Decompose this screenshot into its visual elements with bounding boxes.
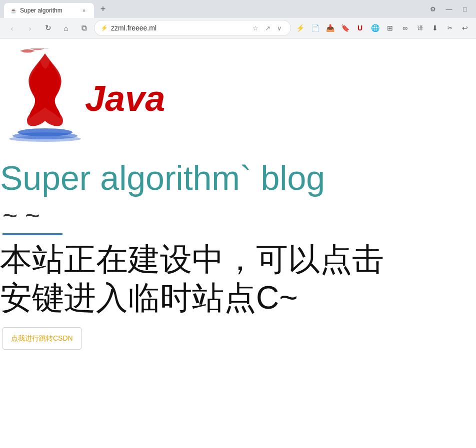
toolbar-icon-translate[interactable]: 译	[413, 21, 427, 35]
underline-bar	[2, 233, 62, 235]
tilde-line: ~ ~	[0, 202, 476, 233]
toolbar-icon-bolt[interactable]: ⚡	[293, 21, 307, 35]
toolbar-icon-pdf[interactable]: 📄	[308, 21, 322, 35]
window-controls: ⚙ — □	[426, 2, 472, 16]
toolbar-icons: ⚡ 📄 📥 🔖 U 🌐 ⊞ ∞ 译 ⬇ ✂ ↩	[293, 21, 472, 35]
toolbar-icon-undo[interactable]: ↩	[458, 21, 472, 35]
tab-title: Super algorithm	[20, 7, 77, 14]
toolbar-icon-download[interactable]: 📥	[323, 21, 337, 35]
share-icon[interactable]: ↗	[262, 23, 272, 33]
toolbar-icon-infinity[interactable]: ∞	[398, 21, 412, 35]
address-security-icon: ⚡	[100, 24, 108, 31]
page-content: Java Super algorithm` blog ~ ~ 本站正在建设中，可…	[0, 38, 476, 350]
reload-button[interactable]: ↻	[40, 20, 56, 36]
tab-close-button[interactable]: ×	[80, 6, 88, 14]
main-text-line2: 安键进入临时站点C~	[0, 279, 476, 317]
navigation-bar: ‹ › ↻ ⌂ ⧉ ⚡ zzml.freeee.ml ☆ ↗ ∨ ⚡ 📄 📥 🔖…	[0, 18, 476, 38]
main-text-line1: 本站正在建设中，可以点击	[0, 240, 476, 279]
java-logo-area: Java	[0, 48, 476, 148]
browser-frame: ☕ Super algorithm × + ⚙ — □ ‹ › ↻ ⌂ ⧉ ⚡ …	[0, 0, 476, 38]
svg-point-2	[9, 136, 81, 142]
title-bar: ☕ Super algorithm × + ⚙ — □	[0, 0, 476, 18]
csdn-link-button[interactable]: 点我进行跳转CSDN	[2, 327, 82, 350]
minimize-button[interactable]: —	[442, 2, 456, 16]
java-logo-svg	[5, 48, 85, 148]
toolbar-icon-scissors[interactable]: ✂	[443, 21, 457, 35]
settings-button[interactable]: ⚙	[426, 2, 440, 16]
address-end-icons: ☆ ↗ ∨	[250, 23, 284, 33]
toolbar-icon-globe[interactable]: 🌐	[368, 21, 382, 35]
forward-button[interactable]: ›	[22, 20, 38, 36]
browser-tab[interactable]: ☕ Super algorithm ×	[4, 3, 94, 18]
address-chevron-icon[interactable]: ∨	[274, 23, 284, 33]
address-bar[interactable]: ⚡ zzml.freeee.ml ☆ ↗ ∨	[94, 20, 291, 36]
toolbar-icon-bookmark[interactable]: 🔖	[338, 21, 352, 35]
tab-favicon: ☕	[10, 7, 17, 14]
toolbar-icon-u[interactable]: U	[353, 21, 367, 35]
bookmark-star-icon[interactable]: ☆	[250, 23, 260, 33]
maximize-button[interactable]: □	[458, 2, 472, 16]
csdn-link-text: 点我进行跳转CSDN	[11, 334, 73, 342]
java-flame-logo	[5, 48, 90, 148]
home-button[interactable]: ⌂	[58, 20, 74, 36]
blog-title: Super algorithm` blog	[0, 153, 476, 202]
back-button[interactable]: ‹	[4, 20, 20, 36]
toolbar-icon-dl-arrow[interactable]: ⬇	[428, 21, 442, 35]
address-url: zzml.freeee.ml	[111, 24, 248, 32]
java-logo-text: Java	[85, 78, 165, 119]
toolbar-icon-qr[interactable]: ⊞	[383, 21, 397, 35]
new-tab-button[interactable]: +	[96, 2, 110, 16]
bookmarks-button[interactable]: ⧉	[76, 20, 92, 36]
